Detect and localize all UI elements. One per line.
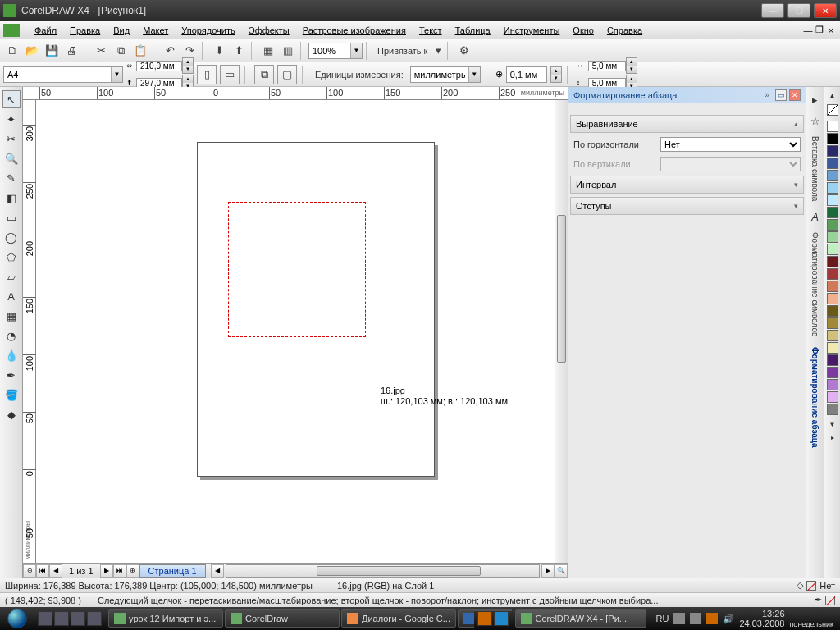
docker-undock-button[interactable]: ▭ bbox=[775, 89, 787, 101]
next-page-button[interactable]: ▶ bbox=[100, 564, 113, 578]
docker-flyout-button[interactable]: ▸ bbox=[806, 90, 824, 108]
section-indent[interactable]: Отступы▾ bbox=[570, 197, 804, 215]
mdi-minimize[interactable]: — bbox=[802, 25, 814, 35]
quicklaunch-4[interactable] bbox=[87, 611, 102, 626]
mdi-close[interactable]: × bbox=[825, 25, 837, 35]
tray-icon-2[interactable] bbox=[690, 613, 701, 624]
color-swatch[interactable] bbox=[827, 194, 838, 206]
color-swatch[interactable] bbox=[827, 182, 838, 194]
tab-char-format[interactable]: Форматирование символов bbox=[810, 229, 819, 340]
drawing-workspace[interactable]: 16.jpg ш.: 120,103 мм; в.: 120,103 мм bbox=[36, 100, 568, 563]
last-page-button[interactable]: ⏭ bbox=[113, 564, 126, 578]
page-tab-1[interactable]: Страница 1 bbox=[139, 564, 206, 578]
zoom-icon[interactable]: 🔍 bbox=[555, 564, 568, 578]
minimize-button[interactable]: — bbox=[761, 3, 784, 18]
menu-tools[interactable]: Инструменты bbox=[497, 23, 567, 38]
color-swatch[interactable] bbox=[827, 354, 838, 366]
page-width-input[interactable] bbox=[136, 61, 182, 71]
text-tool[interactable]: A bbox=[2, 287, 21, 305]
all-pages-button[interactable]: ⧉ bbox=[254, 65, 274, 84]
color-swatch[interactable] bbox=[827, 379, 838, 390]
table-tool[interactable]: ▦ bbox=[2, 307, 21, 325]
cut-button[interactable]: ✂ bbox=[92, 42, 110, 60]
options-button[interactable]: ⚙ bbox=[455, 42, 473, 60]
app-launcher-button[interactable]: ▦ bbox=[259, 42, 277, 60]
no-color-swatch[interactable] bbox=[827, 104, 838, 116]
color-swatch[interactable] bbox=[827, 342, 838, 354]
zoom-tool[interactable]: 🔍 bbox=[2, 149, 21, 167]
interactive-fill-tool[interactable]: ◆ bbox=[2, 405, 21, 423]
color-swatch[interactable] bbox=[827, 293, 838, 304]
tab-insert-symbol[interactable]: Вставка символа bbox=[810, 133, 819, 204]
color-swatch[interactable] bbox=[827, 121, 838, 132]
tray-icon-1[interactable] bbox=[673, 613, 685, 624]
dup-x-input[interactable] bbox=[588, 61, 626, 71]
color-swatch[interactable] bbox=[827, 404, 838, 415]
docker-collapse-button[interactable]: » bbox=[765, 90, 769, 99]
menu-view[interactable]: Вид bbox=[107, 23, 136, 38]
welcome-button[interactable]: ▥ bbox=[279, 42, 297, 60]
vertical-ruler[interactable]: миллиметры 30025020015010050050 bbox=[23, 100, 36, 563]
color-swatch[interactable] bbox=[827, 256, 838, 267]
fill-tool[interactable]: 🪣 bbox=[2, 386, 21, 404]
palette-flyout[interactable]: ▸ bbox=[824, 432, 841, 442]
mdi-restore[interactable]: ❐ bbox=[814, 25, 825, 35]
close-button[interactable]: ✕ bbox=[814, 3, 837, 18]
add-page-after-button[interactable]: ⊕ bbox=[126, 564, 139, 578]
menu-arrange[interactable]: Упорядочить bbox=[175, 23, 241, 38]
section-alignment[interactable]: Выравнивание▴ bbox=[570, 115, 804, 133]
color-swatch[interactable] bbox=[827, 158, 838, 169]
color-swatch[interactable] bbox=[827, 305, 838, 317]
task-lesson[interactable]: урок 12 Импорт и э... bbox=[108, 609, 223, 628]
pick-tool[interactable]: ↖ bbox=[2, 90, 21, 108]
menu-window[interactable]: Окно bbox=[566, 23, 600, 38]
portrait-button[interactable]: ▯ bbox=[197, 65, 217, 84]
vertical-scrollbar[interactable] bbox=[555, 100, 568, 563]
tab-para-format[interactable]: Форматирование абзаца bbox=[810, 344, 819, 451]
units-combo[interactable]: ▼ bbox=[410, 66, 481, 83]
horizontal-scrollbar[interactable] bbox=[226, 564, 540, 578]
new-button[interactable]: 🗋 bbox=[3, 42, 21, 60]
crop-tool[interactable]: ✂ bbox=[2, 130, 21, 148]
section-spacing[interactable]: Интервал▾ bbox=[570, 176, 804, 194]
menu-effects[interactable]: Эффекты bbox=[242, 23, 296, 38]
interactive-tool[interactable]: ◔ bbox=[2, 326, 21, 345]
color-swatch[interactable] bbox=[827, 317, 838, 329]
tray-icon-3[interactable] bbox=[706, 613, 718, 624]
color-swatch[interactable] bbox=[827, 219, 838, 231]
menu-edit[interactable]: Правка bbox=[63, 23, 107, 38]
print-button[interactable]: 🖨 bbox=[62, 42, 80, 60]
color-swatch[interactable] bbox=[827, 231, 838, 243]
color-swatch[interactable] bbox=[827, 281, 838, 292]
color-swatch[interactable] bbox=[827, 133, 838, 144]
color-swatch[interactable] bbox=[827, 391, 838, 403]
import-placement-rect[interactable] bbox=[228, 202, 366, 337]
snap-dropdown[interactable]: ▾ bbox=[432, 42, 444, 60]
add-page-before-button[interactable]: ⊕ bbox=[23, 564, 36, 578]
tray-volume-icon[interactable]: 🔊 bbox=[723, 614, 734, 624]
task-word[interactable]: лекция 3.12 - Micro... bbox=[458, 609, 474, 628]
palette-scroll-up[interactable]: ▲ bbox=[824, 90, 841, 100]
insert-symbol-icon[interactable]: ☆ bbox=[806, 112, 824, 130]
hscroll-left[interactable]: ◀ bbox=[211, 564, 224, 578]
task-coreldraw-doc[interactable]: CorelDraw bbox=[225, 609, 340, 628]
export-button[interactable]: ⬆ bbox=[230, 42, 248, 60]
first-page-button[interactable]: ⏮ bbox=[36, 564, 49, 578]
landscape-button[interactable]: ▭ bbox=[220, 65, 240, 84]
color-swatch[interactable] bbox=[827, 207, 838, 218]
basic-shapes-tool[interactable]: ▱ bbox=[2, 267, 21, 285]
quicklaunch-5[interactable] bbox=[477, 611, 492, 626]
maximize-button[interactable]: ❐ bbox=[788, 3, 810, 18]
zoom-combo[interactable]: ▼ bbox=[308, 43, 363, 59]
rectangle-tool[interactable]: ▭ bbox=[2, 208, 21, 226]
color-swatch[interactable] bbox=[827, 330, 838, 341]
paper-combo[interactable]: ▼ bbox=[3, 66, 123, 83]
color-swatch[interactable] bbox=[827, 367, 838, 378]
open-button[interactable]: 📂 bbox=[23, 42, 41, 60]
task-coreldraw-active[interactable]: CorelDRAW X4 - [Ри... bbox=[515, 609, 646, 628]
horizontal-align-select[interactable]: Нет bbox=[660, 137, 801, 152]
horizontal-ruler[interactable]: миллиметры 5010050050100150200250 bbox=[23, 87, 568, 100]
menu-help[interactable]: Справка bbox=[600, 23, 649, 38]
quicklaunch-6[interactable] bbox=[494, 611, 509, 626]
tray-lang[interactable]: RU bbox=[656, 614, 669, 623]
